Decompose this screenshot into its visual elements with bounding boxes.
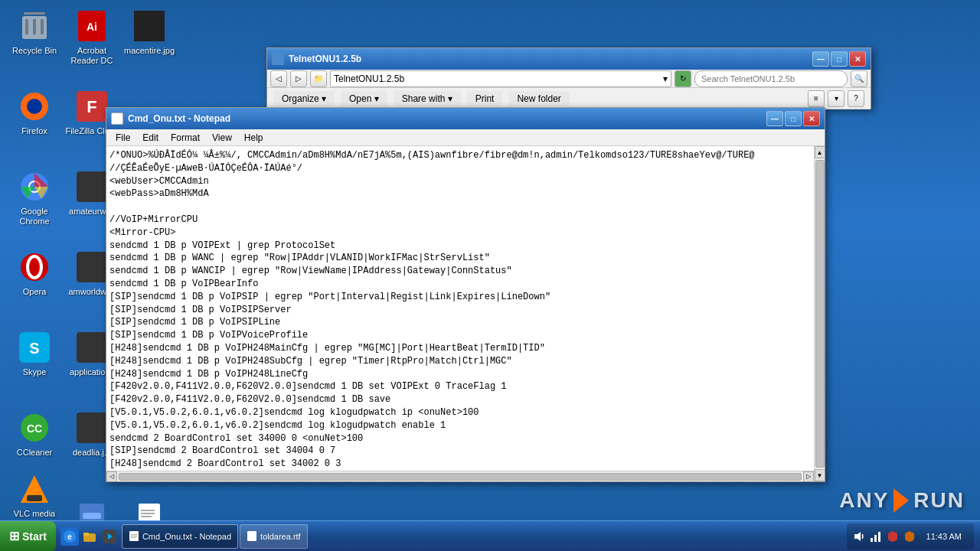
notepad-minimize-btn[interactable]: — [766, 111, 783, 126]
chrome-label: GoogleChrome [8, 207, 61, 227]
svg-marker-44 [854, 532, 861, 541]
notepad-content[interactable]: /*ONUO>%ÚÐÂÏdÉÓ¼ ¼Â±%¼/, CMCCAdmin/aDm8H… [106, 146, 825, 481]
network-icon[interactable] [870, 530, 882, 543]
telnet-minimize-btn[interactable]: — [812, 51, 829, 67]
telnet-title-icon [272, 53, 284, 65]
desktop-icon-recycle-bin[interactable]: Recycle Bin [8, 8, 61, 56]
svg-text:F: F [87, 97, 96, 116]
start-button[interactable]: ⊞ Start [0, 521, 56, 552]
share-btn[interactable]: Share with ▾ [394, 91, 461, 106]
address-bar[interactable]: TelnetONU1.2.5b ▾ [330, 70, 671, 87]
svg-rect-4 [41, 19, 44, 34]
open-btn[interactable]: Open ▾ [341, 91, 387, 106]
folder-btn[interactable]: 📁 [310, 70, 327, 87]
telnet-nav: Organize ▾ Open ▾ Share with ▾ Print New… [267, 88, 871, 109]
svg-rect-30 [141, 510, 155, 511]
scroll-thumb[interactable] [815, 160, 825, 468]
search-btn[interactable]: 🔍 [851, 70, 867, 87]
forward-btn[interactable]: ▷ [290, 70, 307, 87]
notepad-maximize-btn[interactable]: □ [785, 111, 802, 126]
svg-rect-18 [77, 252, 107, 282]
telnet-window: TelnetONU1.2.5b — □ ✕ ◁ ▷ 📁 TelnetONU1.2… [266, 47, 871, 109]
anyrun-play-icon [893, 488, 909, 513]
desktop-icon-opera[interactable]: Opera [8, 249, 61, 297]
address-dropdown[interactable]: ▾ [663, 73, 668, 84]
svg-rect-15 [77, 171, 107, 202]
svg-text:CC: CC [27, 422, 42, 435]
help-btn[interactable]: ? [848, 90, 864, 107]
svg-rect-47 [878, 532, 880, 542]
menu-view[interactable]: View [206, 131, 238, 145]
scroll-up-btn[interactable]: ▲ [815, 146, 825, 158]
folder-icon[interactable] [80, 527, 99, 546]
telnet-title: TelnetONU1.2.5b [289, 54, 361, 64]
search-input[interactable] [694, 70, 848, 87]
quick-launch: e [60, 527, 119, 546]
taskbar-toldarea-btn[interactable]: toldarea.rtf [240, 524, 308, 549]
skype-label: Skype [8, 367, 61, 377]
start-label: Start [22, 530, 47, 543]
svg-rect-2 [25, 19, 28, 34]
svg-rect-45 [871, 538, 873, 542]
telnet-close-btn[interactable]: ✕ [849, 51, 866, 67]
desktop-icon-skype[interactable]: S Skype [8, 329, 61, 377]
notepad-close-btn[interactable]: ✕ [803, 111, 820, 126]
menu-format[interactable]: Format [165, 131, 206, 145]
start-orb: ⊞ [9, 529, 19, 543]
notepad-vscrollbar[interactable]: ▲ ▼ [814, 146, 825, 481]
ccleaner-label: CCleaner [8, 448, 61, 458]
taskbar-right: 11:43 AM [847, 523, 980, 549]
menu-edit[interactable]: Edit [136, 131, 165, 145]
desktop-icon-chrome[interactable]: GoogleChrome [8, 168, 61, 227]
notepad-title: Cmd_Onu.txt - Notepad [128, 113, 230, 124]
organize-btn[interactable]: Organize ▾ [273, 91, 335, 106]
telnet-titlebar[interactable]: TelnetONU1.2.5b — □ ✕ [267, 48, 871, 70]
any-text: ANY [839, 488, 889, 513]
desktop-icon-ccleaner[interactable]: CC CCleaner [8, 409, 61, 458]
volume-icon[interactable] [853, 530, 865, 543]
back-btn[interactable]: ◁ [270, 70, 287, 87]
scroll-left-btn[interactable]: ◁ [106, 471, 117, 482]
notepad-hscrollbar[interactable]: ◁ ▷ [106, 471, 814, 481]
scroll-right-btn[interactable]: ▷ [803, 471, 814, 482]
notepad-menubar: File Edit Format View Help [106, 129, 825, 146]
view-list-btn[interactable]: ≡ [808, 90, 825, 107]
taskbar-buttons: Cmd_Onu.txt - Notepad toldarea.rtf [122, 524, 308, 549]
print-btn[interactable]: Print [467, 91, 503, 106]
notepad-titlebar[interactable]: Cmd_Onu.txt - Notepad — □ ✕ [106, 108, 825, 129]
security-icon[interactable] [887, 530, 899, 543]
svg-rect-31 [141, 513, 155, 514]
menu-file[interactable]: File [109, 131, 136, 145]
taskbar: ⊞ Start e Cmd_Onu.txt - Notepad toldare [0, 520, 980, 551]
hscroll-thumb[interactable] [119, 473, 802, 481]
svg-rect-3 [33, 19, 36, 34]
run-text: RUN [913, 488, 965, 513]
clock-time: 11:43 AM [926, 532, 962, 541]
new-folder-btn[interactable]: New folder [508, 91, 569, 106]
scroll-down-btn[interactable]: ▼ [815, 469, 825, 481]
notepad-taskbar-label: Cmd_Onu.txt - Notepad [142, 532, 231, 541]
acrobat-label: AcrobatReader DC [65, 46, 119, 66]
shield-icon[interactable] [903, 530, 916, 543]
notepad-window-controls: — □ ✕ [766, 111, 820, 126]
media-icon[interactable] [100, 527, 119, 546]
svg-rect-42 [131, 537, 136, 538]
notepad-window: Cmd_Onu.txt - Notepad — □ ✕ File Edit Fo… [106, 107, 825, 482]
firefox-label: Firefox [8, 126, 61, 136]
desktop-icon-acrobat[interactable]: Ai AcrobatReader DC [65, 8, 119, 66]
menu-help[interactable]: Help [238, 131, 270, 145]
clock[interactable]: 11:43 AM [920, 532, 968, 541]
view-details-btn[interactable]: ▾ [828, 90, 844, 107]
refresh-btn[interactable]: ↻ [675, 70, 691, 87]
recycle-bin-label: Recycle Bin [8, 46, 61, 56]
taskbar-notepad-btn[interactable]: Cmd_Onu.txt - Notepad [122, 524, 238, 549]
svg-rect-7 [134, 11, 165, 41]
anyrun-watermark: ANY RUN [839, 488, 965, 513]
desktop-icon-macentire[interactable]: macentire.jpg [122, 8, 176, 56]
telnet-maximize-btn[interactable]: □ [831, 51, 848, 67]
svg-rect-26 [27, 495, 42, 501]
notepad-text-area[interactable]: /*ONUO>%ÚÐÂÏdÉÓ¼ ¼Â±%¼/, CMCCAdmin/aDm8H… [106, 146, 814, 481]
desktop-icon-firefox[interactable]: Firefox [8, 88, 61, 136]
svg-text:S: S [29, 340, 39, 357]
ie-icon[interactable]: e [60, 527, 79, 546]
